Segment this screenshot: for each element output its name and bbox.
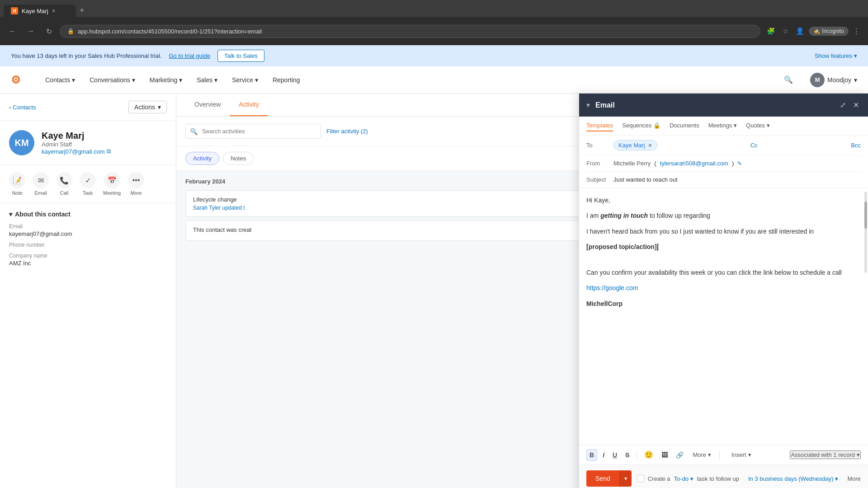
follow-up-checkbox[interactable] — [637, 475, 644, 482]
more-options-button[interactable]: ⋮ — [850, 24, 863, 38]
browser-nav-icons: 🧩 ☆ 👤 🕵 Incognito ⋮ — [764, 24, 863, 38]
todo-button[interactable]: To-do ▾ — [674, 475, 693, 482]
tab-activity[interactable]: Activity — [230, 94, 268, 116]
image-button[interactable]: 🖼 — [659, 450, 670, 460]
extensions-button[interactable]: 🧩 — [764, 24, 778, 38]
from-email-link[interactable]: tylersarah508@gmail.com — [660, 160, 728, 167]
about-chevron: ▾ — [9, 211, 12, 218]
active-browser-tab[interactable]: H Kaye Marj × — [4, 5, 76, 17]
note-label: Note — [12, 190, 22, 196]
bookmark-button[interactable]: ☆ — [780, 24, 791, 38]
contact-info: Kaye Marj Admin Staff kayemarj07@gmail.c… — [42, 131, 111, 155]
back-button[interactable]: ← — [5, 24, 20, 38]
footer-more-button[interactable]: More — [847, 475, 861, 482]
associated-record-button[interactable]: Associated with 1 record ▾ — [790, 450, 861, 459]
tab-favicon: H — [11, 7, 18, 14]
bold-button[interactable]: B — [586, 449, 597, 461]
activity-tab-notes[interactable]: Notes — [223, 152, 254, 165]
send-button[interactable]: Send — [586, 470, 619, 487]
search-activities-input[interactable] — [185, 124, 321, 139]
follow-up-section: Create a To-do ▾ task to follow up — [637, 475, 739, 482]
email-scroll-thumb[interactable] — [864, 202, 867, 229]
more-action[interactable]: ••• More — [128, 172, 144, 196]
more-format-label: More — [693, 451, 706, 458]
browser-nav: ← → ↻ 🔒 app.hubspot.com/contacts/4510550… — [0, 17, 868, 45]
activity-tab-activity[interactable]: Activity — [185, 152, 219, 165]
toolbar-templates[interactable]: Templates — [586, 120, 613, 131]
lifecycle-change-title: Lifecycle change — [193, 196, 245, 203]
strikethrough-button[interactable]: S — [623, 450, 632, 460]
task-action[interactable]: ✓ Task — [80, 172, 96, 196]
refresh-button[interactable]: ↻ — [42, 24, 56, 38]
new-tab-button[interactable]: + — [76, 4, 88, 17]
global-search-button[interactable]: 🔍 — [781, 73, 796, 87]
from-edit-icon[interactable]: ✎ — [737, 160, 742, 167]
about-title-toggle[interactable]: ▾ About this contact — [9, 211, 167, 218]
profile-button[interactable]: 👤 — [793, 24, 807, 38]
google-link[interactable]: https://google.com — [586, 284, 638, 291]
contact-actions: 📝 Note ✉ Email 📞 Call ✓ Task 📅 Meeting •… — [0, 165, 176, 203]
email-fields: To Kaye Marj ✕ Cc Bcc From Michelle Perr… — [579, 136, 868, 188]
hubspot-logo[interactable]: ⚙ — [11, 74, 21, 86]
toolbar-quotes[interactable]: Quotes ▾ — [746, 120, 770, 131]
bcc-button[interactable]: Bcc — [851, 142, 861, 149]
company-field-row: Company name AMZ Inc — [9, 253, 167, 267]
main-layout: ‹ Contacts Actions ▾ KM Kaye Marj Admin … — [0, 94, 868, 488]
lifecycle-change-sub: Sarah Tyler updated t — [193, 205, 245, 211]
meeting-action[interactable]: 📅 Meeting — [103, 172, 121, 196]
expand-panel-button[interactable]: ⤢ — [838, 99, 848, 111]
remove-recipient-button[interactable]: ✕ — [648, 142, 652, 149]
email-footer: Send ▾ Create a To-do ▾ task to follow u… — [579, 465, 868, 488]
back-to-contacts-link[interactable]: ‹ Contacts — [9, 104, 36, 111]
send-dropdown-button[interactable]: ▾ — [619, 470, 632, 487]
forward-button[interactable]: → — [24, 24, 38, 38]
more-formatting-button[interactable]: More ▾ — [689, 450, 715, 460]
underline-button[interactable]: U — [610, 450, 620, 460]
nav-sales[interactable]: Sales ▾ — [190, 73, 224, 87]
subject-field-value[interactable]: Just wanted to reach out — [613, 176, 861, 183]
contact-name: Kaye Marj — [42, 131, 111, 141]
address-bar[interactable]: 🔒 app.hubspot.com/contacts/45105500/reco… — [60, 25, 760, 38]
contact-email[interactable]: kayemarj07@gmail.com ⧉ — [42, 148, 111, 155]
link-button[interactable]: 🔗 — [673, 450, 686, 460]
toolbar-sequences[interactable]: Sequences 🔒 — [622, 120, 660, 131]
email-body[interactable]: Hi Kaye, I am getting in touch to follow… — [579, 188, 868, 445]
emoji-button[interactable]: 🙂 — [642, 449, 656, 461]
email-formatting-bar: B I U S 🙂 🖼 🔗 More ▾ Insert ▾ Associated… — [579, 445, 868, 465]
email-panel-header: ▾ Email ⤢ ✕ — [579, 94, 868, 117]
nav-contacts[interactable]: Contacts ▾ — [39, 73, 81, 87]
email-action[interactable]: ✉ Email — [33, 172, 49, 196]
toolbar-documents[interactable]: Documents — [670, 120, 699, 131]
panel-toggle-button[interactable]: ▾ — [586, 101, 590, 109]
browser-chrome: H Kaye Marj × + ← → ↻ 🔒 app.hubspot.com/… — [0, 0, 868, 45]
filter-activity-link[interactable]: Filter activity (2) — [326, 128, 368, 135]
nav-marketing[interactable]: Marketing ▾ — [143, 73, 189, 87]
italic-button[interactable]: I — [600, 450, 607, 460]
email-body-line3: [proposed topic/action] — [586, 242, 861, 252]
toolbar-meetings[interactable]: Meetings ▾ — [708, 120, 737, 131]
sarah-tyler-link[interactable]: Sarah Tyler updated t — [193, 205, 245, 211]
close-panel-button[interactable]: ✕ — [851, 99, 861, 111]
note-action[interactable]: 📝 Note — [9, 172, 25, 196]
email-greeting: Hi Kaye, — [586, 195, 861, 205]
call-action[interactable]: 📞 Call — [56, 172, 72, 196]
tab-overview[interactable]: Overview — [185, 94, 230, 116]
cc-button[interactable]: Cc — [750, 142, 758, 149]
nav-conversations[interactable]: Conversations ▾ — [83, 73, 142, 87]
contact-created-title: This contact was creat — [193, 226, 251, 233]
nav-reporting[interactable]: Reporting — [266, 73, 307, 87]
user-menu[interactable]: M Moodjoy ▾ — [810, 73, 857, 87]
actions-button[interactable]: Actions ▾ — [128, 101, 167, 113]
task-text: task to follow up — [697, 475, 739, 482]
copy-email-icon[interactable]: ⧉ — [107, 148, 111, 155]
talk-to-sales-button[interactable]: Talk to Sales — [217, 50, 264, 62]
close-tab-button[interactable]: × — [52, 7, 56, 14]
follow-up-time-button[interactable]: In 3 business days (Wednesday) ▾ — [748, 475, 838, 482]
nav-service[interactable]: Service ▾ — [226, 73, 264, 87]
trial-guide-link[interactable]: Go to trial guide — [169, 52, 210, 59]
quotes-chevron: ▾ — [767, 122, 770, 129]
nav-marketing-label: Marketing — [150, 76, 177, 84]
phone-field-row: Phone number — [9, 242, 167, 248]
insert-button[interactable]: Insert ▾ — [728, 450, 755, 460]
show-features-button[interactable]: Show features ▾ — [815, 52, 857, 59]
